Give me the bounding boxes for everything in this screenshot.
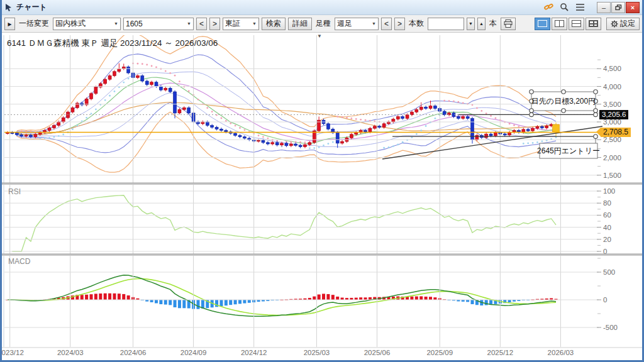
svg-text:1,500: 1,500 (603, 172, 621, 179)
rsi-pane-label: RSI (8, 187, 21, 196)
stock-code-select[interactable]: 1605▼ (123, 18, 194, 30)
chevron-down-icon: ▼ (111, 21, 118, 26)
search-icon[interactable] (560, 3, 569, 12)
svg-text:2,000: 2,000 (603, 154, 621, 162)
layout-grid-button[interactable] (586, 18, 601, 30)
minimize-button[interactable]: – (597, 2, 611, 13)
bar-type-label: 足種 (314, 18, 332, 29)
batch-change-label: 一括変更 (18, 18, 50, 29)
chart-window: チャート – × (0, 0, 644, 362)
svg-text:100: 100 (603, 187, 615, 195)
printer-icon (504, 19, 513, 28)
svg-text:4,000: 4,000 (603, 83, 621, 90)
bar-unit-label: 本 (488, 18, 498, 29)
svg-text:2025/03: 2025/03 (304, 349, 330, 356)
svg-text:2026/03: 2026/03 (548, 349, 574, 356)
svg-text:2024/03: 2024/03 (57, 349, 84, 356)
price-chart-canvas[interactable]: 2023/122024/032024/062024/092024/122025/… (2, 33, 642, 360)
bar-count-label: 本数 (408, 18, 425, 29)
svg-text:-500: -500 (603, 324, 618, 331)
market-select[interactable]: 国内株式▼ (53, 18, 121, 30)
gear-icon (611, 20, 618, 28)
svg-text:4,500: 4,500 (603, 65, 621, 72)
svg-text:2,500: 2,500 (603, 136, 621, 143)
layout-two-cols-button[interactable] (552, 18, 567, 30)
svg-text:40: 40 (603, 224, 611, 231)
count-up-button[interactable]: ▲ (477, 18, 486, 30)
window-title: チャート (16, 2, 47, 13)
chart-title: 6141 ＤＭＧ森精機 東Ｐ 週足 2023/11/24 ～ 2026/03/0… (7, 38, 218, 49)
prev-code-button[interactable]: < (196, 18, 207, 30)
chart-area[interactable]: 2023/122024/032024/062024/092024/122025/… (2, 33, 642, 360)
menu-icon[interactable] (575, 3, 585, 11)
svg-text:2023/12: 2023/12 (2, 349, 24, 356)
pane-splitter-grip[interactable]: ▼ (317, 33, 322, 39)
svg-text:2024/06: 2024/06 (120, 349, 147, 356)
layout-two-rows-button[interactable] (569, 18, 584, 30)
restore-button[interactable] (611, 2, 625, 13)
svg-text:2025/09: 2025/09 (426, 349, 453, 356)
entry-annotation-box[interactable]: 2645円エントリー (540, 143, 597, 158)
settings-button[interactable]: 設定 (606, 18, 640, 30)
chevron-down-icon: ▼ (184, 21, 191, 26)
bar-type-select[interactable]: 週足▼ (335, 18, 379, 30)
link-icon[interactable] (544, 3, 553, 12)
exchange-select[interactable]: 東証▼ (223, 18, 259, 30)
svg-text:3,500: 3,500 (603, 101, 621, 108)
search-button[interactable]: 検索 (262, 18, 286, 30)
target-price-tag: 3,205.6 (599, 110, 628, 119)
svg-text:80: 80 (603, 199, 611, 207)
svg-text:2024/09: 2024/09 (180, 349, 207, 356)
collapse-toolbar-button[interactable]: ▸ (4, 18, 15, 30)
current-price-tag: 2,708.5 (601, 128, 631, 137)
svg-text:2025/12: 2025/12 (487, 349, 514, 356)
layout-single-button[interactable] (535, 18, 550, 30)
next-code-button[interactable]: > (209, 18, 220, 30)
svg-text:2025/06: 2025/06 (364, 349, 391, 356)
close-button[interactable]: × (626, 2, 640, 13)
bar-count-input[interactable] (428, 18, 464, 30)
titlebar[interactable]: チャート – × (2, 0, 642, 15)
svg-text:60: 60 (603, 211, 611, 219)
count-dropdown-button[interactable]: ▼ (467, 18, 475, 30)
app-icon (4, 3, 13, 12)
chevron-down-icon: ▼ (369, 21, 376, 26)
svg-text:0: 0 (603, 296, 607, 304)
detail-button[interactable]: 詳細 (288, 18, 312, 30)
chevron-down-icon: ▼ (250, 21, 257, 26)
print-button[interactable] (501, 18, 516, 30)
macd-pane-label: MACD (8, 257, 30, 266)
svg-text:2024/12: 2024/12 (241, 349, 267, 356)
prev-bartype-button[interactable]: < (381, 18, 392, 30)
toolbar: ▸ 一括変更 国内株式▼ 1605▼ < > 東証▼ 検索 詳細 足種 週足▼ … (2, 15, 642, 33)
svg-text:20: 20 (603, 236, 611, 243)
target-annotation-box[interactable]: 目先の目標3,200円 (531, 92, 596, 111)
svg-text:500: 500 (603, 268, 615, 276)
next-bartype-button[interactable]: > (394, 18, 405, 30)
